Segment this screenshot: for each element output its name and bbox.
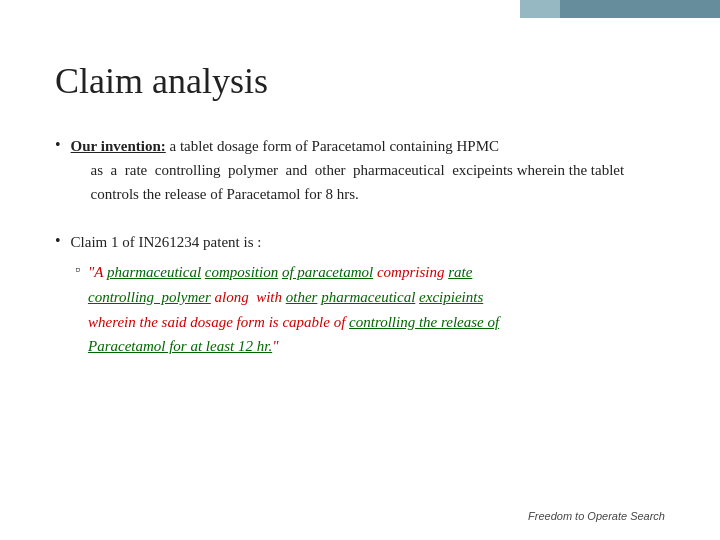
bullet-1-label: Our invention:: [71, 138, 166, 154]
page-title: Claim analysis: [55, 60, 665, 102]
top-bar-accent: [520, 0, 560, 18]
term-of-paracetamol: of paracetamol: [282, 264, 373, 280]
term-rate: rate: [448, 264, 472, 280]
sub-bullet-1: ▫ "A pharmaceutical composition of parac…: [75, 260, 665, 359]
sub-bullet-text: "A pharmaceutical composition of paracet…: [88, 260, 499, 359]
term-composition: composition: [205, 264, 278, 280]
term-excipieints: excipieints: [419, 289, 483, 305]
term-pharmaceutical2: pharmaceutical: [321, 289, 415, 305]
term-pharmaceutical: pharmaceutical: [107, 264, 201, 280]
term-other: other: [286, 289, 318, 305]
bullet-1-text: Our invention: a tablet dosage form of P…: [71, 138, 499, 154]
bullet-item-1: • Our invention: a tablet dosage form of…: [55, 134, 665, 206]
bullet-2-text: Claim 1 of IN261234 patent is :: [71, 230, 262, 254]
bullet-1-continuation: as a rate controlling polymer and other …: [91, 158, 665, 206]
bullet-1-content: Our invention: a tablet dosage form of P…: [71, 134, 665, 206]
main-content: Claim analysis • Our invention: a tablet…: [0, 0, 720, 413]
bullet-1-after-label: a tablet dosage form of Paracetamol cont…: [170, 138, 500, 154]
top-bar: [560, 0, 720, 18]
bullet-dot-1: •: [55, 136, 61, 154]
bullet-item-2: • Claim 1 of IN261234 patent is :: [55, 230, 665, 254]
bullet-dot-2: •: [55, 232, 61, 250]
sub-bullet-dot: ▫: [75, 262, 80, 278]
term-controlling-polymer: controlling polymer: [88, 289, 211, 305]
term-paracetamol-12hr: Paracetamol for at least 12 hr.: [88, 338, 272, 354]
term-controlling-release: controlling the release of: [349, 314, 499, 330]
bullet-section-1: • Our invention: a tablet dosage form of…: [55, 134, 665, 206]
footer-text: Freedom to Operate Search: [528, 510, 665, 522]
quote-open: "A: [88, 264, 107, 280]
bullet-section-2: • Claim 1 of IN261234 patent is : ▫ "A p…: [55, 230, 665, 359]
